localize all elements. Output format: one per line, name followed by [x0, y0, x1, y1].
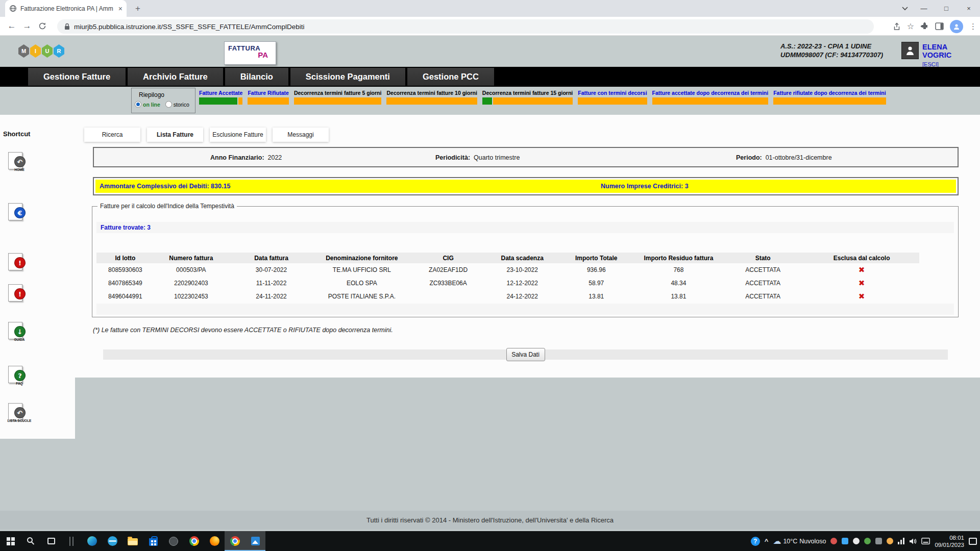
url-bar[interactable]: miurjb5.pubblica.istruzione.it/SS_SSFE_S…	[57, 19, 874, 34]
volume-icon[interactable]	[909, 538, 917, 545]
column-header-id-lotto: Id lotto	[96, 253, 154, 263]
tray-icon-2[interactable]	[842, 538, 848, 544]
taskbar-edge[interactable]	[82, 531, 102, 551]
lock-icon	[64, 23, 70, 30]
status-indicator-label: Fatture con termini decorsi	[578, 90, 647, 96]
taskbar-media-player[interactable]	[163, 531, 184, 551]
profile-avatar[interactable]	[950, 20, 963, 33]
shortcut-faq[interactable]: ?FAQ	[5, 366, 34, 392]
shortcut-alert-invoices-2[interactable]: !	[5, 284, 34, 311]
taskbar-store[interactable]	[143, 531, 163, 551]
bar-segment-green	[199, 97, 237, 105]
taskbar-pinned-divider[interactable]	[61, 531, 82, 551]
tray-icon-6[interactable]	[887, 538, 893, 544]
salva-dati-button[interactable]: Salva Dati	[506, 348, 545, 361]
radio-storico[interactable]: storico	[165, 101, 189, 108]
side-panel-icon[interactable]	[935, 22, 944, 30]
network-icon[interactable]	[898, 538, 904, 544]
invoice-table: Id lottoNumero fatturaData fatturaDenomi…	[96, 253, 919, 303]
status-indicator-fatture-accettate-dopo-decorrenza-dei-termini: Fatture accettate dopo decorrenza dei te…	[652, 90, 769, 105]
nav-item-bilancio[interactable]: Bilancio	[225, 68, 288, 86]
maximize-button[interactable]: □	[935, 0, 958, 17]
cell: 2202902403	[154, 277, 228, 290]
tab-messaggi[interactable]: Messaggi	[273, 128, 329, 142]
hidden-icons-caret[interactable]: ^	[765, 537, 769, 545]
forward-button[interactable]: →	[19, 18, 35, 34]
close-window-button[interactable]: ×	[958, 0, 980, 17]
shortcut-home[interactable]: ↶HOME	[5, 152, 34, 179]
taskbar-photos[interactable]	[245, 531, 265, 551]
tab-close-icon[interactable]: ×	[118, 5, 122, 13]
radio-storico-circle[interactable]	[165, 101, 172, 108]
input-indicator-icon[interactable]	[921, 538, 930, 544]
shortcut-euro-invoices[interactable]: €	[5, 203, 34, 230]
taskbar-chrome-2[interactable]	[225, 531, 245, 551]
browser-menu-icon[interactable]: ⋮	[969, 22, 977, 31]
taskbar-chrome[interactable]	[184, 531, 204, 551]
tab-lista-fatture[interactable]: Lista Fatture	[147, 128, 203, 142]
extensions-puzzle-icon[interactable]	[920, 22, 929, 31]
bar-segment-orange	[578, 97, 647, 105]
radio-online-circle[interactable]	[135, 101, 141, 108]
system-tray: ? ^ ☁ 10°C Nuvoloso 08:01 09/01/2023	[751, 531, 977, 551]
table-row: 8407865349220290240311-11-2022EOLO SPAZC…	[96, 277, 919, 290]
fatturapa-logo: FATTURA PA	[224, 41, 276, 65]
help-icon[interactable]: ?	[751, 537, 760, 546]
shortcut-lista-scuole[interactable]: ↶LISTA SCUOLE	[5, 403, 34, 430]
exclude-x-icon[interactable]: ✖	[859, 292, 865, 301]
school-code-line: UDMM098007 (CF: 94134770307)	[780, 51, 883, 59]
taskbar-start[interactable]	[0, 531, 20, 551]
exclude-x-icon[interactable]: ✖	[859, 265, 865, 274]
nav-item-archivio-fatture[interactable]: Archivio Fatture	[128, 68, 223, 86]
termini-note: (*) Le fatture con TERMINI DECORSI devon…	[93, 327, 393, 334]
periodo-label: Periodo:	[736, 154, 762, 161]
exclude-x-icon[interactable]: ✖	[859, 279, 865, 288]
share-icon[interactable]	[893, 22, 901, 31]
bar-segment-orange	[248, 97, 289, 105]
shortcut-title: Shortcut	[3, 130, 30, 138]
url-text: miurjb5.pubblica.istruzione.it/SS_SSFE_S…	[74, 23, 304, 31]
anno-finanziario-value: 2022	[268, 154, 282, 161]
taskbar-task-view[interactable]	[41, 531, 61, 551]
shortcut-guida[interactable]: ↓GUIDA	[5, 322, 34, 348]
action-center-icon[interactable]	[969, 538, 977, 545]
radio-online[interactable]: on line	[135, 101, 160, 108]
status-indicator-bar	[248, 97, 289, 105]
tray-icon-4[interactable]	[864, 538, 871, 544]
minimize-button[interactable]: —	[913, 0, 935, 17]
status-indicator-bar	[294, 97, 382, 105]
lista-scuole-icon: ↶	[14, 407, 26, 418]
tray-icon-1[interactable]	[830, 538, 837, 544]
weather-widget[interactable]: ☁ 10°C Nuvoloso	[773, 536, 826, 546]
tab-ricerca[interactable]: Ricerca	[84, 128, 140, 142]
tab-esclusione-fatture[interactable]: Esclusione Fatture	[210, 128, 266, 142]
shortcut-alert-invoices-1[interactable]: !	[5, 253, 34, 280]
start-icon	[7, 537, 10, 541]
reload-button[interactable]	[35, 18, 50, 34]
taskbar-firefox[interactable]	[204, 531, 225, 551]
back-button[interactable]: ←	[4, 18, 19, 34]
bookmark-star-icon[interactable]: ☆	[907, 21, 914, 31]
tray-icon-3[interactable]	[853, 538, 860, 544]
column-header-importo-totale: Importo Totale	[557, 253, 635, 263]
nav-item-gestione-pcc[interactable]: Gestione PCC	[407, 68, 494, 86]
new-tab-button[interactable]: +	[132, 3, 144, 15]
nav-item-gestione-fatture[interactable]: Gestione Fatture	[28, 68, 126, 86]
network-bar	[898, 542, 899, 544]
tray-icon-5[interactable]	[875, 538, 882, 544]
browser-tab[interactable]: Fatturazione Elettronica PA | Amm ×	[5, 0, 127, 17]
summary-highlight: Ammontare Complessivo dei Debiti: 830.15…	[95, 180, 956, 193]
tab-search-chevron-icon[interactable]	[897, 0, 913, 17]
status-indicator-decorrenza-termini-fatture-15-giorni: Decorrenza termini fatture 15 giorni	[482, 90, 573, 105]
taskbar-ie[interactable]	[102, 531, 122, 551]
column-header-data-scadenza: Data scadenza	[487, 253, 557, 263]
toolbar-right-icons: ☆ ⋮	[893, 17, 977, 36]
window-controls: — □ ×	[897, 0, 980, 17]
taskbar-file-explorer[interactable]	[122, 531, 143, 551]
cell: ZA02EAF1DD	[409, 263, 487, 277]
status-indicator-label: Decorrenza termini fatture 15 giorni	[482, 90, 573, 96]
taskbar-search[interactable]	[20, 531, 41, 551]
nav-item-scissione-pagamenti[interactable]: Scissione Pagamenti	[290, 68, 405, 86]
cell: 11-11-2022	[228, 277, 314, 290]
clock[interactable]: 08:01 09/01/2023	[935, 534, 964, 548]
